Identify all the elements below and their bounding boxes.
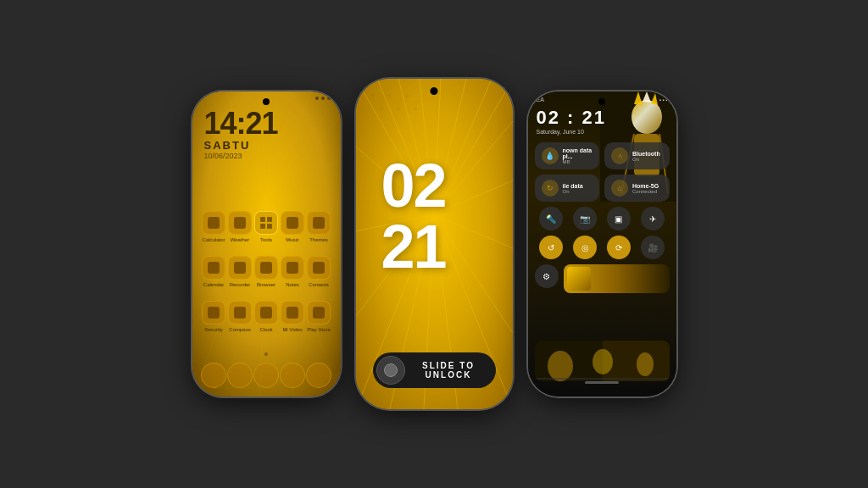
wifi-tile-sub: Connected: [632, 189, 663, 194]
mobile-data-icon: ↻: [542, 180, 559, 197]
phone1-screen: 14:21 SABTU 10/06/2023 Calculator Weathe…: [192, 92, 341, 396]
dock-icon-2[interactable]: [227, 363, 253, 388]
clock-label: Clock: [259, 327, 272, 332]
app-grid: Calculator Weather: [201, 211, 332, 346]
mivideo-label: Mi Video: [282, 327, 302, 332]
dock-icon-4[interactable]: [280, 363, 305, 388]
bluetooth-tile-text: Bluetooth On: [632, 151, 663, 162]
calendar-label: Calendar: [203, 282, 224, 287]
music-label: Music: [286, 237, 299, 242]
app-compass[interactable]: Compass: [228, 301, 252, 332]
control-settings-row: ⚙: [535, 264, 670, 293]
tools-label: Tools: [260, 237, 272, 242]
media-player[interactable]: [564, 264, 670, 293]
camera-btn[interactable]: 📷: [573, 207, 597, 230]
status-icons: [315, 97, 331, 100]
location-btn[interactable]: ◎: [573, 236, 597, 259]
control-icons-row-2: ↺ ◎ ⟳ 🎥: [535, 236, 670, 259]
wifi-tile[interactable]: ⌂ Home-5G Connected: [604, 175, 670, 202]
app-themes[interactable]: Themes: [307, 211, 331, 242]
svg-point-61: [548, 351, 573, 381]
security-icon: [202, 301, 225, 324]
phone1-clock: 14:21: [204, 108, 278, 139]
app-browser[interactable]: Browser: [254, 256, 278, 287]
recorder-label: Recorder: [230, 282, 251, 287]
app-row-1: Calculator Weather: [201, 211, 332, 242]
app-notes[interactable]: Notes: [281, 256, 304, 287]
app-mi-video[interactable]: Mi Video: [281, 301, 304, 332]
home-wifi-icon: ⌂: [617, 184, 621, 192]
settings-btn[interactable]: ⚙: [535, 264, 559, 288]
wifi-tile-title: Home-5G: [632, 183, 663, 189]
svg-point-46: [405, 94, 409, 97]
control-icons-row-1: 🔦 📷 ▣ ✈: [535, 207, 670, 230]
themes-label: Themes: [309, 237, 328, 242]
screen-btn[interactable]: ▣: [607, 207, 631, 230]
anime-bottom-bar: [535, 341, 670, 381]
app-security[interactable]: Security: [202, 301, 225, 332]
svg-point-49: [414, 107, 417, 110]
phone3-date: Saturday, June 10: [537, 129, 607, 135]
app-recorder[interactable]: Recorder: [228, 256, 252, 287]
dock-icon-5[interactable]: [306, 363, 331, 388]
app-contacts[interactable]: Contacts: [307, 256, 331, 287]
dock-icon-1[interactable]: [201, 363, 226, 388]
phone3-status-left: EA: [537, 97, 544, 103]
settings-icon: ⚙: [542, 272, 550, 281]
bluetooth-sym: ⑃: [618, 152, 622, 160]
playstore-label: Play Store: [307, 327, 331, 332]
data-tile[interactable]: 💧 nown data pl... MB: [535, 142, 600, 169]
slide-knob-inner: [384, 363, 398, 377]
phone2-time: 02 21: [381, 155, 446, 277]
svg-point-62: [593, 349, 613, 374]
compass-label: Compass: [229, 327, 250, 332]
screen-icon: ▣: [615, 214, 622, 224]
app-clock[interactable]: Clock: [254, 301, 278, 332]
tools-grid: [260, 217, 272, 229]
phone1-day: SABTU: [204, 139, 278, 152]
dock-icon-3[interactable]: [253, 363, 279, 388]
bluetooth-tile-title: Bluetooth: [632, 151, 663, 157]
airplane-icon: ✈: [649, 214, 656, 224]
mobile-data-title: ile data: [563, 183, 593, 189]
app-music[interactable]: Music: [281, 211, 304, 242]
sync-btn[interactable]: ⟳: [607, 236, 631, 259]
wifi-tile-icon: ⌂: [611, 180, 628, 197]
phone3-clock: 02 : 21: [537, 107, 607, 129]
phone-3: EA ▪ ▪ ▪ 02 : 21 Saturday, June 10 💧: [528, 92, 676, 396]
bluetooth-tile-sub: On: [632, 157, 663, 162]
phone3-status-icons: ▪ ▪ ▪: [659, 97, 668, 103]
calculator-label: Calculator: [202, 237, 225, 242]
bluetooth-icon: ⑃: [611, 147, 628, 164]
app-calendar[interactable]: Calendar: [202, 256, 225, 287]
app-tools[interactable]: Tools: [254, 211, 278, 242]
notes-label: Notes: [286, 282, 299, 287]
refresh-btn[interactable]: ↺: [539, 236, 563, 259]
page-indicator: [264, 352, 268, 356]
mobile-data-sym: ↻: [547, 184, 554, 192]
phone1-date: 10/06/2023: [204, 152, 278, 160]
slide-to-unlock[interactable]: SLIDE TO UNLOCK: [373, 352, 496, 388]
airplane-btn[interactable]: ✈: [641, 207, 665, 230]
phone3-camera: [598, 98, 605, 105]
compass-icon: [228, 301, 252, 324]
mobile-data-text: ile data On: [563, 183, 593, 194]
app-play-store[interactable]: Play Store: [307, 301, 331, 332]
svg-point-44: [371, 94, 375, 97]
phone3-time-display: 02 : 21 Saturday, June 10: [537, 107, 607, 135]
refresh-icon: ↺: [548, 243, 554, 252]
contacts-label: Contacts: [309, 282, 329, 287]
playstore-icon: [307, 301, 331, 324]
phone2-minute: 21: [381, 216, 446, 277]
app-calculator[interactable]: Calculator: [202, 211, 225, 242]
bluetooth-tile[interactable]: ⑃ Bluetooth On: [604, 142, 670, 169]
phone2-hour: 02: [381, 155, 446, 216]
flashlight-icon: 🔦: [546, 214, 556, 224]
location-icon: ◎: [581, 243, 589, 252]
flashlight-btn[interactable]: 🔦: [539, 207, 563, 230]
video-btn[interactable]: 🎥: [641, 236, 665, 259]
app-row-3: Security Compass Clock Mi Video: [201, 301, 332, 332]
mobile-data-tile[interactable]: ↻ ile data On: [535, 175, 600, 202]
app-weather[interactable]: Weather: [228, 211, 252, 242]
clock-icon: [254, 301, 278, 324]
